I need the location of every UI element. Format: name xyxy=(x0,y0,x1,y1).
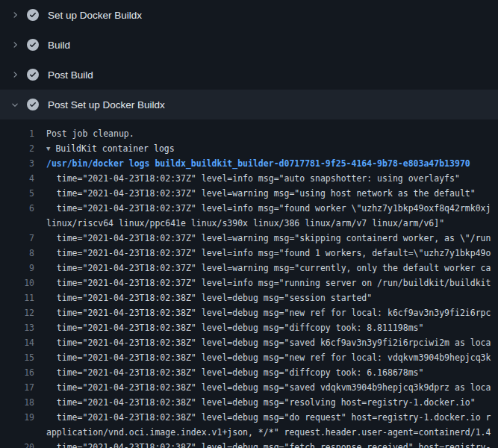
log-line-text: linux/riscv64 linux/ppc641e linux/s390x … xyxy=(46,216,498,231)
log-row: 10 time="2021-04-23T18:02:37Z" level=inf… xyxy=(0,276,498,290)
log-command-row: 3 /usr/bin/docker logs buildx_buildkit_b… xyxy=(0,156,498,171)
log-row: 12 time="2021-04-23T18:02:38Z" level=deb… xyxy=(0,305,498,320)
step-label: Build xyxy=(48,40,70,51)
line-number[interactable]: 10 xyxy=(0,276,34,290)
log-line-text: time="2021-04-23T18:02:38Z" level=debug … xyxy=(46,380,498,395)
step-header[interactable]: Post Build xyxy=(0,60,498,90)
line-number[interactable]: 9 xyxy=(0,261,34,276)
line-number[interactable]: 20 xyxy=(0,440,34,448)
group-toggle-icon[interactable]: ▼ xyxy=(46,141,50,156)
check-circle-icon xyxy=(27,69,39,81)
log-row: 15 time="2021-04-23T18:02:38Z" level=deb… xyxy=(0,350,498,365)
step-label: Set up Docker Buildx xyxy=(48,10,142,21)
log-row: 6 time="2021-04-23T18:02:37Z" level=info… xyxy=(0,201,498,216)
log-row: 1 Post job cleanup. xyxy=(0,126,498,141)
check-circle-icon xyxy=(27,99,39,111)
log-line-text: time="2021-04-23T18:02:38Z" level=debug … xyxy=(46,335,498,350)
line-number[interactable]: 6 xyxy=(0,201,34,216)
steps-list: Set up Docker Buildx Build Post Build xyxy=(0,0,498,119)
log-line-text: time="2021-04-23T18:02:37Z" level=info m… xyxy=(46,171,498,186)
line-number[interactable]: 11 xyxy=(0,290,34,305)
log-row: 13 time="2021-04-23T18:02:38Z" level=deb… xyxy=(0,320,498,335)
step-header[interactable]: Set up Docker Buildx xyxy=(0,0,498,30)
log-line-text: /usr/bin/docker logs buildx_buildkit_bui… xyxy=(46,156,498,171)
log-row: linux/riscv64 linux/ppc641e linux/s390x … xyxy=(0,216,498,231)
log-line-text: time="2021-04-23T18:02:38Z" level=debug … xyxy=(46,305,498,320)
log-line-text: time="2021-04-23T18:02:37Z" level=info m… xyxy=(46,276,498,290)
line-number xyxy=(0,425,34,440)
log-line-text: time="2021-04-23T18:02:38Z" level=debug … xyxy=(46,440,498,448)
log-row: 11 time="2021-04-23T18:02:38Z" level=deb… xyxy=(0,290,498,305)
log-line-text: time="2021-04-23T18:02:38Z" level=debug … xyxy=(46,290,498,305)
log-line-text: time="2021-04-23T18:02:37Z" level=info m… xyxy=(46,246,498,261)
log-row: 5 time="2021-04-23T18:02:37Z" level=warn… xyxy=(0,186,498,201)
chevron-down-icon[interactable] xyxy=(9,99,21,111)
check-circle-icon xyxy=(27,39,39,51)
line-number[interactable]: 12 xyxy=(0,305,34,320)
log-line-text: application/vnd.oci.image.index.v1+json,… xyxy=(46,425,498,440)
log-line-text: time="2021-04-23T18:02:38Z" level=debug … xyxy=(46,395,498,410)
log-line-text: time="2021-04-23T18:02:38Z" level=debug … xyxy=(46,365,498,380)
line-number[interactable]: 13 xyxy=(0,320,34,335)
log-row: 17 time="2021-04-23T18:02:38Z" level=deb… xyxy=(0,380,498,395)
log-panel: 1 Post job cleanup. 2 ▼BuildKit containe… xyxy=(0,119,498,448)
check-circle-icon xyxy=(27,9,39,21)
line-number[interactable]: 16 xyxy=(0,365,34,380)
log-row: 20 time="2021-04-23T18:02:38Z" level=deb… xyxy=(0,440,498,448)
line-number[interactable]: 15 xyxy=(0,350,34,365)
log-line-text: time="2021-04-23T18:02:37Z" level=info m… xyxy=(46,201,498,216)
line-number[interactable]: 3 xyxy=(0,156,34,171)
step-header[interactable]: Post Set up Docker Buildx xyxy=(0,90,498,119)
log-row: 8 time="2021-04-23T18:02:37Z" level=info… xyxy=(0,246,498,261)
log-row: 4 time="2021-04-23T18:02:37Z" level=info… xyxy=(0,171,498,186)
log-line-text: time="2021-04-23T18:02:37Z" level=warnin… xyxy=(46,231,498,246)
log-row: application/vnd.oci.image.index.v1+json,… xyxy=(0,425,498,440)
log-row: 9 time="2021-04-23T18:02:37Z" level=warn… xyxy=(0,261,498,276)
log-line-text: time="2021-04-23T18:02:38Z" level=debug … xyxy=(46,410,498,425)
step-label: Post Build xyxy=(48,69,93,81)
log-row: 18 time="2021-04-23T18:02:38Z" level=deb… xyxy=(0,395,498,410)
line-number[interactable]: 19 xyxy=(0,410,34,425)
log-line-text: ▼BuildKit container logs xyxy=(46,141,498,156)
log-line-text: time="2021-04-23T18:02:37Z" level=warnin… xyxy=(46,186,498,201)
line-number[interactable]: 14 xyxy=(0,335,34,350)
chevron-right-icon[interactable] xyxy=(9,39,21,51)
log-row: 7 time="2021-04-23T18:02:37Z" level=warn… xyxy=(0,231,498,246)
step-label: Post Set up Docker Buildx xyxy=(48,99,165,111)
line-number[interactable]: 8 xyxy=(0,246,34,261)
log-row: 16 time="2021-04-23T18:02:38Z" level=deb… xyxy=(0,365,498,380)
line-number[interactable]: 1 xyxy=(0,126,34,141)
log-row: 14 time="2021-04-23T18:02:38Z" level=deb… xyxy=(0,335,498,350)
line-number[interactable]: 7 xyxy=(0,231,34,246)
log-row: 19 time="2021-04-23T18:02:38Z" level=deb… xyxy=(0,410,498,425)
log-line-text: time="2021-04-23T18:02:38Z" level=debug … xyxy=(46,350,498,365)
line-number[interactable]: 18 xyxy=(0,395,34,410)
chevron-right-icon[interactable] xyxy=(9,69,21,81)
workflow-log-viewer: Set up Docker Buildx Build Post Build xyxy=(0,0,498,448)
line-number[interactable]: 5 xyxy=(0,186,34,201)
log-line-text: time="2021-04-23T18:02:38Z" level=debug … xyxy=(46,320,498,335)
line-number[interactable]: 17 xyxy=(0,380,34,395)
line-number[interactable]: 2 xyxy=(0,141,34,156)
log-lines: 1 Post job cleanup. 2 ▼BuildKit containe… xyxy=(0,126,498,448)
log-group-header[interactable]: 2 ▼BuildKit container logs xyxy=(0,141,498,156)
chevron-right-icon[interactable] xyxy=(9,9,21,21)
step-header[interactable]: Build xyxy=(0,30,498,60)
group-title: BuildKit container logs xyxy=(55,143,174,154)
log-line-text: Post job cleanup. xyxy=(46,126,498,141)
log-line-text: time="2021-04-23T18:02:37Z" level=warnin… xyxy=(46,261,498,276)
line-number[interactable]: 4 xyxy=(0,171,34,186)
line-number xyxy=(0,216,34,231)
